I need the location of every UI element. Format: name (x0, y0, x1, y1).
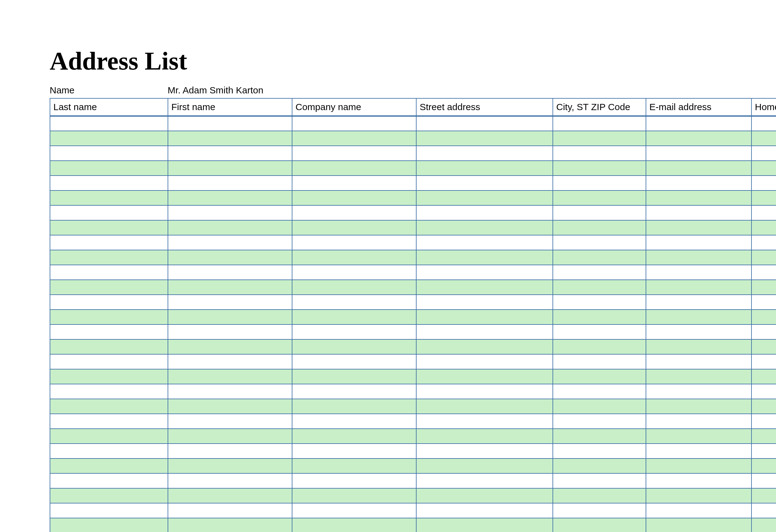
table-cell (50, 205, 168, 220)
table-cell (553, 116, 646, 131)
page-title: Address List (50, 46, 776, 76)
table-row (50, 131, 776, 146)
table-cell (168, 503, 292, 518)
table-cell (168, 444, 292, 459)
table-cell (646, 429, 752, 444)
table-cell (752, 429, 776, 444)
table-cell (50, 324, 168, 339)
table-row (50, 473, 776, 488)
table-row (50, 488, 776, 503)
table-cell (416, 310, 553, 324)
table-cell (168, 414, 292, 429)
table-row (50, 280, 776, 295)
table-cell (752, 473, 776, 488)
table-cell (292, 220, 416, 235)
table-cell (646, 265, 752, 280)
table-cell (752, 280, 776, 295)
table-cell (752, 488, 776, 503)
table-cell (416, 191, 553, 205)
table-cell (553, 488, 646, 503)
table-cell (50, 503, 168, 518)
table-cell (168, 176, 292, 191)
table-cell (646, 235, 752, 250)
table-cell (416, 265, 553, 280)
table-cell (50, 399, 168, 414)
table-cell (416, 503, 553, 518)
table-cell (416, 429, 553, 444)
table-cell (50, 369, 168, 384)
table-cell (50, 384, 168, 399)
table-cell (168, 161, 292, 176)
address-table: Last name First name Company name Street… (50, 98, 776, 532)
table-cell (752, 339, 776, 354)
table-cell (752, 176, 776, 191)
table-cell (416, 414, 553, 429)
table-cell (553, 250, 646, 265)
table-cell (553, 205, 646, 220)
col-header-first-name: First name (168, 98, 292, 116)
table-cell (292, 280, 416, 295)
table-cell (416, 176, 553, 191)
table-cell (50, 220, 168, 235)
table-cell (646, 131, 752, 146)
table-body (50, 116, 776, 532)
table-cell (646, 399, 752, 414)
table-cell (752, 414, 776, 429)
col-header-city: City, ST ZIP Code (553, 98, 646, 116)
table-cell (168, 354, 292, 369)
table-cell (553, 280, 646, 295)
table-cell (50, 518, 168, 532)
table-cell (292, 324, 416, 339)
table-cell (752, 503, 776, 518)
table-row (50, 310, 776, 324)
table-cell (50, 250, 168, 265)
table-cell (292, 146, 416, 161)
table-cell (752, 250, 776, 265)
table-cell (646, 250, 752, 265)
table-cell (752, 354, 776, 369)
table-cell (752, 369, 776, 384)
table-cell (416, 324, 553, 339)
col-header-street: Street address (416, 98, 553, 116)
table-cell (292, 444, 416, 459)
table-cell (292, 235, 416, 250)
table-cell (292, 250, 416, 265)
table-row (50, 191, 776, 205)
col-header-email: E-mail address (646, 98, 752, 116)
table-cell (752, 191, 776, 205)
table-cell (646, 146, 752, 161)
table-row (50, 250, 776, 265)
table-cell (50, 310, 168, 324)
table-row (50, 116, 776, 131)
table-cell (553, 146, 646, 161)
table-cell (752, 399, 776, 414)
table-row (50, 429, 776, 444)
table-cell (646, 354, 752, 369)
table-cell (553, 518, 646, 532)
table-row (50, 384, 776, 399)
table-cell (168, 459, 292, 473)
table-cell (553, 503, 646, 518)
table-cell (292, 473, 416, 488)
table-cell (752, 146, 776, 161)
table-cell (168, 488, 292, 503)
table-row (50, 235, 776, 250)
table-cell (292, 116, 416, 131)
table-cell (553, 324, 646, 339)
table-cell (50, 280, 168, 295)
table-cell (553, 399, 646, 414)
table-cell (646, 488, 752, 503)
table-row (50, 339, 776, 354)
table-cell (168, 384, 292, 399)
table-cell (553, 429, 646, 444)
name-row: Name Mr. Adam Smith Karton (50, 85, 776, 95)
table-cell (416, 518, 553, 532)
table-cell (292, 176, 416, 191)
table-cell (416, 339, 553, 354)
table-cell (168, 250, 292, 265)
table-cell (168, 265, 292, 280)
table-cell (168, 473, 292, 488)
table-cell (752, 310, 776, 324)
col-header-last-name: Last name (50, 98, 168, 116)
table-cell (416, 369, 553, 384)
